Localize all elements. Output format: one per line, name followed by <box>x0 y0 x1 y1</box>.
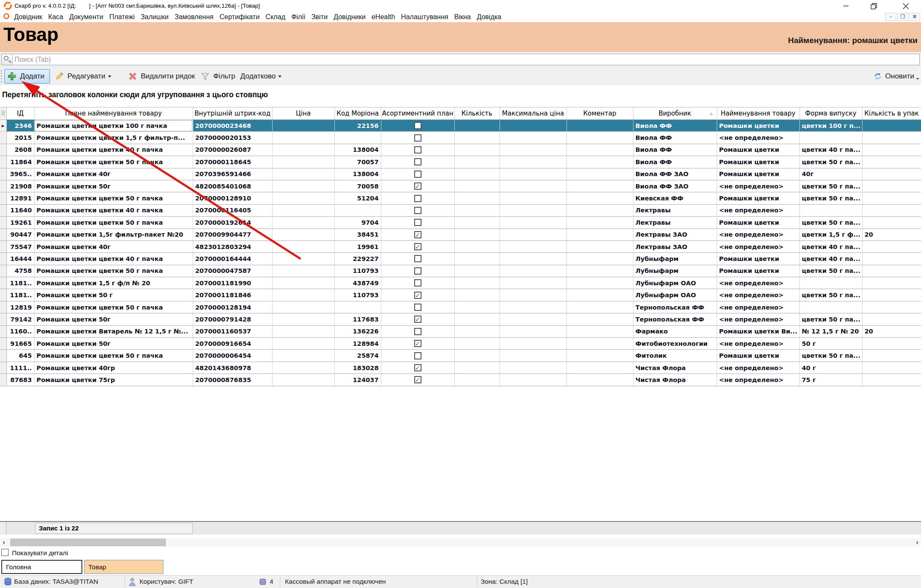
cell-prodname[interactable]: <не определено> <box>717 338 799 350</box>
cell-price[interactable] <box>272 265 334 277</box>
cell-packqty[interactable] <box>862 217 921 229</box>
cell-marker[interactable] <box>0 289 6 301</box>
cell-assort[interactable]: ✓ <box>381 338 454 350</box>
cell-name[interactable]: Ромашки цветки цветки 1,5 г фильтр-п... <box>34 132 193 144</box>
cell-barcode[interactable]: 2070000916654 <box>193 338 272 350</box>
cell-marker[interactable] <box>0 253 6 265</box>
cell-producer[interactable]: Лубныфарм ОАО <box>633 289 717 301</box>
column-header-packqty[interactable]: Кількість в упак <box>862 107 921 120</box>
cell-producer[interactable]: Киевская ФФ <box>633 192 717 204</box>
cell-morion[interactable] <box>334 132 381 144</box>
cell-id[interactable]: 1181.. <box>6 277 34 289</box>
cell-assort[interactable] <box>381 168 454 180</box>
cell-form[interactable]: цветки 40 г па... <box>799 253 862 265</box>
mdi-close-button[interactable]: ✖ <box>909 13 920 21</box>
cell-assort[interactable] <box>381 156 454 168</box>
cell-packqty[interactable] <box>862 120 921 132</box>
cell-maxprice[interactable] <box>500 362 567 374</box>
cell-assort[interactable] <box>381 277 454 289</box>
cell-id[interactable]: 75547 <box>6 240 34 252</box>
cell-barcode[interactable]: 2070000791428 <box>193 313 272 325</box>
cell-barcode[interactable]: 2070000192614 <box>193 217 272 229</box>
cell-name[interactable]: Ромашки цветки 75гр <box>34 374 193 386</box>
cell-price[interactable] <box>272 156 334 168</box>
cell-packqty[interactable] <box>862 289 921 301</box>
menu-dovidka[interactable]: Довідка <box>477 13 502 21</box>
tab-holovna[interactable]: Головна <box>1 560 82 574</box>
cell-maxprice[interactable] <box>500 350 567 362</box>
assortment-checkbox-checked[interactable]: ✓ <box>414 243 421 250</box>
cell-producer[interactable]: Виола ФФ ЗАО <box>633 168 717 180</box>
cell-id[interactable]: 11640 <box>6 204 34 216</box>
cell-assort[interactable] <box>381 132 454 144</box>
cell-name[interactable]: Ромашки цветки 40г <box>34 240 193 252</box>
menu-dovidnyky[interactable]: Довідники <box>334 13 366 21</box>
cell-packqty[interactable]: 20 <box>862 325 921 337</box>
cell-comment[interactable] <box>567 253 633 265</box>
cell-id[interactable]: 1181.. <box>6 289 34 301</box>
cell-marker[interactable] <box>0 338 6 350</box>
cell-id[interactable]: 2346 <box>6 120 34 132</box>
cell-maxprice[interactable] <box>500 301 567 313</box>
cell-marker[interactable] <box>0 240 6 252</box>
cell-maxprice[interactable] <box>500 240 567 252</box>
cell-price[interactable] <box>272 217 334 229</box>
menu-kasa[interactable]: Каса <box>48 13 63 21</box>
cell-form[interactable]: цветки 50 г па... <box>799 265 862 277</box>
cell-form[interactable]: 40 г <box>799 362 862 374</box>
cell-prodname[interactable]: <не определено> <box>717 362 799 374</box>
refresh-button[interactable]: Оновити <box>874 67 919 85</box>
cell-assort[interactable]: ✓ <box>381 240 454 252</box>
cell-packqty[interactable] <box>862 192 921 204</box>
cell-price[interactable] <box>272 120 334 132</box>
cell-form[interactable]: цветки 50 г па... <box>799 217 862 229</box>
menu-zalyshky[interactable]: Залишки <box>141 13 169 21</box>
cell-comment[interactable] <box>567 277 633 289</box>
cell-prodname[interactable]: <не определено> <box>717 132 799 144</box>
cell-id[interactable]: 1160.. <box>6 325 34 337</box>
cell-qty[interactable] <box>454 253 500 265</box>
cell-assort[interactable] <box>381 253 454 265</box>
assortment-checkbox-unchecked[interactable] <box>414 158 421 165</box>
menu-sertyfikaty[interactable]: Сертифікати <box>219 13 259 21</box>
cell-barcode[interactable]: 2070000116405 <box>193 204 272 216</box>
cell-prodname[interactable]: <не определено> <box>717 374 799 386</box>
menu-vikna[interactable]: Вікна <box>454 13 471 21</box>
cell-prodname[interactable]: Ромашки цветки <box>717 253 799 265</box>
cell-marker[interactable]: ▸ <box>0 120 6 132</box>
cell-form[interactable]: 50 г <box>799 338 862 350</box>
cell-comment[interactable] <box>567 132 633 144</box>
cell-prodname[interactable]: <не определено> <box>717 229 799 240</box>
assortment-checkbox-checked[interactable]: ✓ <box>414 364 421 371</box>
cell-assort[interactable]: ✓ <box>381 362 454 374</box>
cell-comment[interactable] <box>567 338 633 350</box>
cell-price[interactable] <box>272 144 334 156</box>
cell-id[interactable]: 11864 <box>6 156 34 168</box>
menu-zamovlennia[interactable]: Замовлення <box>174 13 213 21</box>
cell-name[interactable]: Ромашки цветки 40гр <box>34 362 193 374</box>
cell-assort[interactable] <box>381 325 454 337</box>
cell-maxprice[interactable] <box>500 338 567 350</box>
cell-prodname[interactable]: Ромашки цветки <box>717 192 799 204</box>
cell-qty[interactable] <box>454 289 500 301</box>
cell-assort[interactable]: ✓ <box>381 374 454 386</box>
column-header-morion[interactable]: Код Моріона <box>334 107 381 120</box>
cell-qty[interactable] <box>454 204 500 216</box>
cell-producer[interactable]: Чистая Флора <box>633 362 717 374</box>
cell-marker[interactable] <box>0 265 6 277</box>
assortment-checkbox-unchecked[interactable] <box>414 146 421 154</box>
cell-marker[interactable] <box>0 301 6 313</box>
cell-name[interactable]: Ромашки цветки 40г <box>34 168 193 180</box>
search-input[interactable] <box>15 55 868 64</box>
cell-name[interactable]: Ромашки цветки цветки 50 г пачка <box>34 265 193 277</box>
cell-name[interactable]: Ромашки цветки Витарель № 12 1,5 г №... <box>34 325 193 337</box>
cell-form[interactable]: цветки 50 г па... <box>799 156 862 168</box>
cell-barcode[interactable]: 2070001181990 <box>193 277 272 289</box>
cell-comment[interactable] <box>567 168 633 180</box>
cell-maxprice[interactable] <box>500 192 567 204</box>
cell-morion[interactable]: 110793 <box>334 265 381 277</box>
assortment-checkbox-checked[interactable]: ✓ <box>414 340 421 347</box>
cell-qty[interactable] <box>454 350 500 362</box>
cell-morion[interactable]: 19961 <box>334 240 381 252</box>
cell-prodname[interactable]: <не определено> <box>717 289 799 301</box>
